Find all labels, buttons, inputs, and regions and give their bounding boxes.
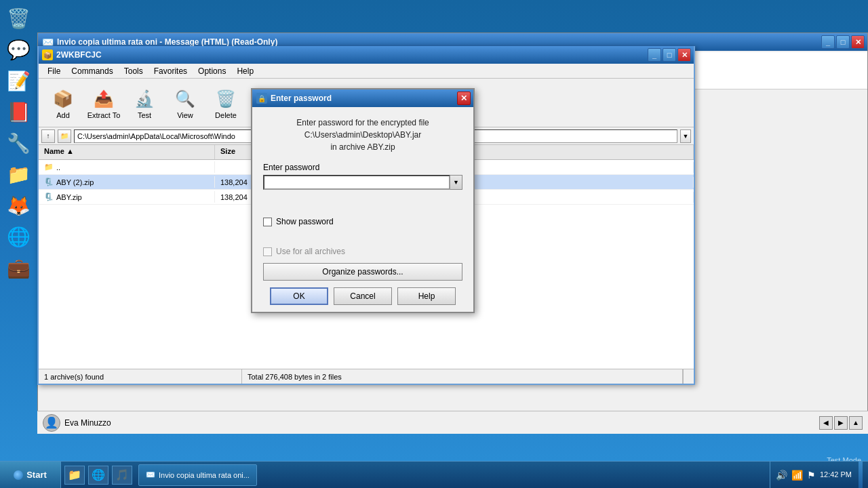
- add-label: Add: [56, 111, 70, 119]
- menu-commands[interactable]: Commands: [66, 65, 118, 77]
- show-password-label: Show password: [276, 217, 334, 226]
- menu-options[interactable]: Options: [193, 65, 231, 77]
- close-button[interactable]: ✕: [677, 48, 691, 62]
- action-center-icon[interactable]: ⚑: [807, 470, 816, 481]
- password-input[interactable]: [263, 175, 450, 190]
- test-label: Test: [138, 111, 151, 119]
- add-icon: 📦: [51, 87, 75, 111]
- delete-label: Delete: [215, 111, 237, 119]
- dialog-body: Enter password for the encrypted file C:…: [252, 107, 473, 312]
- winrar-menubar: File Commands Tools Favorites Options He…: [39, 64, 694, 79]
- sidebar-icons: 🗑️ 💬 📝 📕 🔧 📁 🦊 🌐 💼: [0, 0, 37, 461]
- sidebar-icon-chrome[interactable]: 🌐: [3, 222, 33, 251]
- dialog-info-line2: C:\Users\admin\Desktop\ABY.jar: [263, 129, 462, 141]
- dialog-title: Enter password: [271, 94, 332, 103]
- toolbar-view[interactable]: 🔍 View: [166, 83, 204, 123]
- sidebar-icon-word[interactable]: 📝: [3, 66, 33, 96]
- extract-label: Extract To: [87, 111, 121, 119]
- toolbar-extract[interactable]: 📤 Extract To: [85, 83, 123, 123]
- taskbar-clock[interactable]: 12:42 PM: [820, 470, 852, 480]
- password-dropdown[interactable]: ▼: [450, 175, 462, 190]
- organize-passwords-button[interactable]: Organize passwords...: [263, 263, 462, 281]
- status-left: 1 archive(s) found: [39, 369, 242, 384]
- use-for-all-row: Use for all archives: [263, 247, 462, 256]
- toolbar-add[interactable]: 📦 Add: [44, 83, 82, 123]
- sidebar-icon-acrobat[interactable]: 📕: [3, 97, 33, 127]
- use-for-all-label: Use for all archives: [276, 247, 345, 256]
- dialog-info-line3: in archive ABY.zip: [263, 141, 462, 153]
- explorer-icon: 📁: [68, 468, 81, 481]
- network-icon[interactable]: 🔊: [776, 470, 787, 481]
- taskbar-file-explorer[interactable]: 📁: [64, 466, 85, 485]
- sidebar-icon-accessories[interactable]: 💼: [3, 253, 33, 283]
- dialog-close-button[interactable]: ✕: [457, 92, 471, 105]
- nav-up[interactable]: ↑: [41, 129, 55, 143]
- email-avatar: 👤: [43, 414, 60, 432]
- mail-restore[interactable]: □: [836, 35, 850, 49]
- email-next[interactable]: ▶: [834, 416, 848, 430]
- ok-button[interactable]: OK: [270, 287, 328, 305]
- mail-close[interactable]: ✕: [851, 35, 865, 49]
- toolbar-test[interactable]: 🔬 Test: [125, 83, 163, 123]
- dialog-action-buttons: OK Cancel Help: [263, 287, 462, 305]
- winrar-titlebar: 📦 2WKBFCJC _ □ ✕: [39, 46, 694, 64]
- nav-folder[interactable]: 📁: [58, 129, 71, 143]
- spacer: [263, 197, 462, 217]
- browser-icon: 🌐: [92, 468, 105, 481]
- taskbar: Start 📁 🌐 🎵 ✉️ Invio copia ultima rata o…: [0, 461, 868, 488]
- email-expand[interactable]: ▲: [849, 416, 863, 430]
- use-for-all-checkbox[interactable]: [263, 247, 272, 256]
- scrollbar-corner: [683, 369, 694, 384]
- bottom-email-bar: 👤 Eva Minuzzo ◀ ▶ ▲: [37, 411, 868, 434]
- view-icon: 🔍: [173, 87, 197, 111]
- folder-icon: 📁: [44, 163, 54, 171]
- status-right: Total 276,408 bytes in 2 files: [242, 369, 683, 384]
- mail-task-icon: ✉️: [146, 470, 155, 479]
- battery-icon[interactable]: 📶: [791, 470, 803, 481]
- show-desktop-btn[interactable]: [859, 462, 863, 489]
- start-button[interactable]: Start: [0, 462, 61, 489]
- show-password-row: Show password: [263, 217, 462, 226]
- menu-help[interactable]: Help: [231, 65, 259, 77]
- sidebar-icon-recycle[interactable]: 🗑️: [3, 3, 33, 33]
- email-action-buttons: ◀ ▶ ▲: [819, 416, 863, 430]
- winrar-title: 2WKBFCJC: [56, 50, 102, 60]
- dialog-icon: 🔒: [256, 93, 267, 104]
- dialog-info: Enter password for the encrypted file C:…: [263, 117, 462, 153]
- media-icon: 🎵: [115, 468, 129, 481]
- menu-favorites[interactable]: Favorites: [149, 65, 193, 77]
- sidebar-icon-ccleaner[interactable]: 🔧: [3, 128, 33, 158]
- show-password-checkbox[interactable]: [263, 218, 272, 226]
- taskbar-browser[interactable]: 🌐: [88, 466, 108, 485]
- test-icon: 🔬: [132, 87, 157, 111]
- mail-title: Invio copia ultima rata oni - Message (H…: [57, 37, 277, 47]
- mail-minimize[interactable]: _: [821, 35, 835, 49]
- menu-file[interactable]: File: [42, 65, 66, 77]
- maximize-button[interactable]: □: [663, 48, 676, 62]
- col-name[interactable]: Name ▲: [39, 145, 215, 159]
- minimize-button[interactable]: _: [648, 48, 661, 62]
- winrar-statusbar: 1 archive(s) found Total 276,408 bytes i…: [39, 369, 694, 384]
- menu-tools[interactable]: Tools: [119, 65, 149, 77]
- dialog-info-line1: Enter password for the encrypted file: [263, 117, 462, 129]
- sidebar-icon-firefox[interactable]: 🦊: [3, 190, 33, 220]
- winrar-title-buttons: _ □ ✕: [648, 48, 691, 62]
- spacer2: [263, 233, 462, 247]
- winrar-icon: 📦: [42, 49, 53, 60]
- sidebar-icon-filezilla[interactable]: 📁: [3, 159, 33, 189]
- start-label: Start: [26, 470, 47, 480]
- sidebar-icon-skype[interactable]: 💬: [3, 35, 33, 64]
- password-row: ▼: [263, 175, 462, 190]
- help-button[interactable]: Help: [397, 287, 456, 305]
- notification-area: 🔊 📶 ⚑ 12:42 PM: [770, 462, 868, 489]
- email-prev[interactable]: ◀: [819, 416, 833, 430]
- extract-icon: 📤: [92, 87, 116, 111]
- view-label: View: [177, 111, 193, 119]
- address-dropdown[interactable]: ▼: [680, 129, 691, 143]
- mail-title-buttons: _ □ ✕: [821, 35, 865, 49]
- taskbar-mail-task[interactable]: ✉️ Invio copia ultima rata oni...: [138, 464, 257, 486]
- toolbar-delete[interactable]: 🗑️ Delete: [207, 83, 245, 123]
- taskbar-media[interactable]: 🎵: [112, 466, 132, 485]
- cancel-button[interactable]: Cancel: [334, 287, 392, 305]
- zip-icon: 🗜️: [44, 178, 54, 186]
